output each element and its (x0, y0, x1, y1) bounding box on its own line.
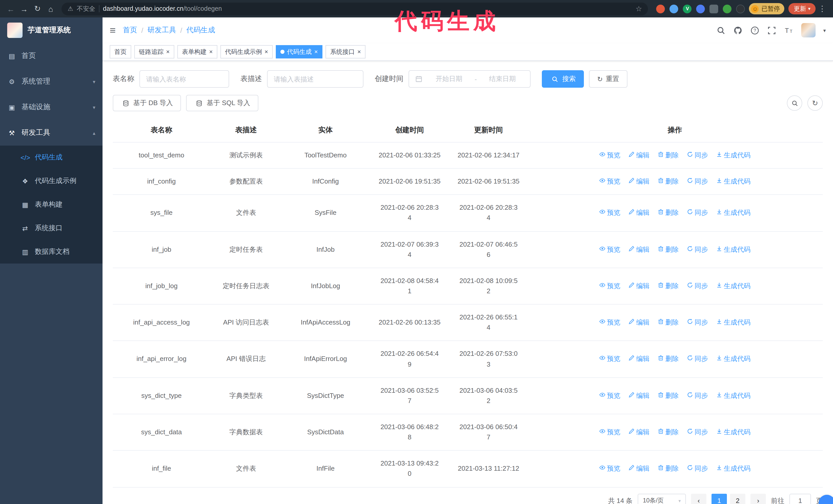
op-edit-link[interactable]: 编辑 (628, 391, 649, 401)
refresh-button[interactable]: ↻ (807, 95, 823, 111)
back-button[interactable]: ← (4, 4, 18, 13)
page-button-1[interactable]: 1 (712, 494, 727, 504)
op-preview-link[interactable]: 预览 (599, 391, 620, 401)
op-edit-link[interactable]: 编辑 (628, 150, 649, 161)
sidebar-item-db-doc[interactable]: ▥数据库文档 (0, 240, 102, 264)
tag-home[interactable]: 首页 (110, 45, 131, 58)
op-delete-link[interactable]: 删除 (658, 281, 679, 291)
breadcrumb-item-1[interactable]: 首页 (123, 26, 137, 35)
search-button[interactable]: 搜索 (542, 70, 584, 88)
extensions-puzzle-icon[interactable] (736, 4, 745, 13)
security-label[interactable]: 不安全 (77, 4, 95, 13)
op-delete-link[interactable]: 删除 (658, 244, 679, 255)
op-generate-code-link[interactable]: 生成代码 (716, 317, 751, 328)
tag-codegen-example[interactable]: 代码生成示例× (220, 45, 273, 58)
extension-icon-6[interactable] (723, 4, 732, 13)
op-edit-link[interactable]: 编辑 (628, 464, 649, 474)
fullscreen-icon[interactable] (767, 26, 777, 35)
op-preview-link[interactable]: 预览 (599, 427, 620, 437)
op-preview-link[interactable]: 预览 (599, 176, 620, 187)
op-generate-code-link[interactable]: 生成代码 (716, 244, 751, 255)
tag-api[interactable]: 系统接口× (326, 45, 365, 58)
url-text[interactable]: dashboard.yudao.iocoder.cn/tool/codegen (103, 5, 632, 12)
sidebar-item-api[interactable]: ⇄系统接口 (0, 216, 102, 240)
op-preview-link[interactable]: 预览 (599, 150, 620, 161)
op-sync-link[interactable]: 同步 (687, 427, 708, 437)
op-edit-link[interactable]: 编辑 (628, 176, 649, 187)
sidebar-item-form-builder[interactable]: ▦表单构建 (0, 193, 102, 216)
op-preview-link[interactable]: 预览 (599, 464, 620, 474)
reset-button[interactable]: ↻ 重置 (589, 70, 627, 88)
tag-tracer[interactable]: 链路追踪× (134, 45, 174, 58)
import-sql-button[interactable]: 基于 SQL 导入 (186, 95, 259, 111)
sidebar-item-home[interactable]: ▤首页 (0, 43, 102, 69)
page-button-2[interactable]: 2 (730, 494, 745, 504)
extension-icon-3[interactable]: V (683, 4, 692, 13)
op-edit-link[interactable]: 编辑 (628, 354, 649, 364)
breadcrumb-item-2[interactable]: 研发工具 (147, 26, 176, 35)
op-edit-link[interactable]: 编辑 (628, 317, 649, 328)
user-avatar[interactable] (801, 23, 815, 38)
page-size-select[interactable]: 10条/页 ▾ (638, 494, 686, 504)
op-delete-link[interactable]: 删除 (658, 464, 679, 474)
extension-icon-5[interactable] (710, 4, 718, 13)
op-delete-link[interactable]: 删除 (658, 391, 679, 401)
op-sync-link[interactable]: 同步 (687, 317, 708, 328)
op-generate-code-link[interactable]: 生成代码 (716, 464, 751, 474)
op-edit-link[interactable]: 编辑 (628, 427, 649, 437)
op-sync-link[interactable]: 同步 (687, 354, 708, 364)
forward-button[interactable]: → (18, 4, 31, 13)
close-icon[interactable]: × (314, 49, 318, 55)
extension-icon-1[interactable] (657, 4, 665, 13)
toggle-search-button[interactable] (787, 95, 802, 111)
op-preview-link[interactable]: 预览 (599, 354, 620, 364)
avatar-caret-icon[interactable]: ▾ (823, 27, 826, 33)
op-edit-link[interactable]: 编辑 (628, 244, 649, 255)
sidebar-item-codegen-example[interactable]: ❖代码生成示例 (0, 169, 102, 193)
goto-page-input[interactable] (789, 494, 811, 504)
prev-page-button[interactable]: ‹ (691, 494, 706, 504)
address-bar[interactable]: ⚠ 不安全 dashboard.yudao.iocoder.cn/tool/co… (62, 2, 648, 15)
op-sync-link[interactable]: 同步 (687, 244, 708, 255)
op-delete-link[interactable]: 删除 (658, 317, 679, 328)
date-range-picker[interactable]: 开始日期 - 结束日期 (408, 70, 530, 88)
op-sync-link[interactable]: 同步 (687, 176, 708, 187)
op-delete-link[interactable]: 删除 (658, 208, 679, 218)
op-delete-link[interactable]: 删除 (658, 354, 679, 364)
update-button[interactable]: 更新 ▾ (789, 3, 815, 14)
op-edit-link[interactable]: 编辑 (628, 208, 649, 218)
close-icon[interactable]: × (209, 49, 213, 55)
close-icon[interactable]: × (264, 49, 268, 55)
hamburger-icon[interactable]: ≡ (110, 24, 116, 36)
op-edit-link[interactable]: 编辑 (628, 281, 649, 291)
sidebar-item-codegen[interactable]: </>代码生成 (0, 146, 102, 169)
tag-codegen[interactable]: 代码生成× (276, 45, 323, 58)
reload-button[interactable]: ↻ (31, 4, 44, 13)
home-button[interactable]: ⌂ (44, 4, 57, 13)
op-generate-code-link[interactable]: 生成代码 (716, 391, 751, 401)
op-delete-link[interactable]: 删除 (658, 176, 679, 187)
browser-menu-kebab-icon[interactable]: ⋮ (815, 4, 829, 13)
close-icon[interactable]: × (166, 49, 170, 55)
op-generate-code-link[interactable]: 生成代码 (716, 176, 751, 187)
op-sync-link[interactable]: 同步 (687, 464, 708, 474)
op-preview-link[interactable]: 预览 (599, 208, 620, 218)
close-icon[interactable]: × (357, 49, 361, 55)
op-generate-code-link[interactable]: 生成代码 (716, 150, 751, 161)
search-icon[interactable] (717, 26, 726, 35)
app-logo[interactable]: 芋道管理系统 (0, 18, 102, 43)
op-generate-code-link[interactable]: 生成代码 (716, 208, 751, 218)
next-page-button[interactable]: › (751, 494, 766, 504)
op-delete-link[interactable]: 删除 (658, 427, 679, 437)
bookmark-star-icon[interactable]: ☆ (636, 5, 642, 13)
sidebar-item-system[interactable]: ⚙系统管理▾ (0, 69, 102, 94)
github-icon[interactable] (734, 26, 743, 35)
import-db-button[interactable]: 基于 DB 导入 (113, 95, 181, 111)
font-size-icon[interactable]: TT (784, 26, 793, 35)
op-preview-link[interactable]: 预览 (599, 244, 620, 255)
table-desc-input[interactable] (267, 70, 363, 88)
table-name-input[interactable] (139, 70, 229, 88)
op-preview-link[interactable]: 预览 (599, 317, 620, 328)
op-sync-link[interactable]: 同步 (687, 281, 708, 291)
profile-chip[interactable]: ☺ 已暂停 (749, 3, 785, 14)
